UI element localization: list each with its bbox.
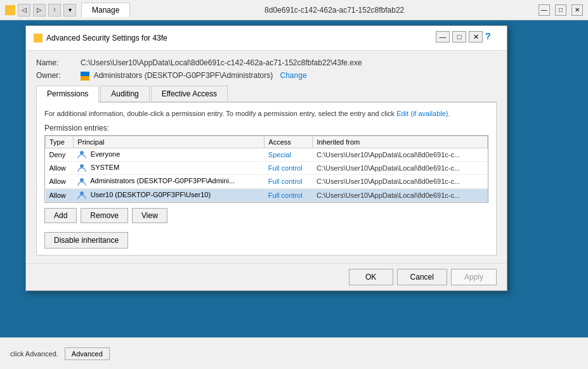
user-icon (77, 150, 86, 159)
col-inherited: Inherited from (313, 136, 488, 148)
cell-inherited: C:\Users\User10\AppData\Local\8d0e691c-c… (313, 162, 488, 175)
path-bar: 8d0e691c-c142-462a-ac71-152c8fbfab22 (130, 6, 539, 15)
col-access: Access (265, 136, 313, 148)
cell-inherited: C:\Users\User10\AppData\Local\8d0e691c-c… (313, 188, 488, 202)
dialog-close[interactable]: ✕ (469, 31, 483, 42)
cell-type: Allow (46, 175, 74, 188)
permissions-table-scroll[interactable]: Type Principal Access Inherited from Den… (44, 135, 488, 202)
dialog-minimize[interactable]: — (436, 31, 450, 42)
table-row[interactable]: Deny Everyone Special C:\Users\User10\Ap… (46, 148, 488, 162)
dialog-footer: OK Cancel Apply (26, 263, 507, 290)
bottom-text: click Advanced. (10, 350, 58, 358)
access-link[interactable]: Special (268, 151, 291, 159)
table-head: Type Principal Access Inherited from (46, 136, 488, 148)
cell-access: Full control (265, 175, 313, 188)
title-controls: — □ ✕ ? (436, 31, 499, 45)
tab-effective-access[interactable]: Effective Access (151, 86, 228, 101)
tabs-container: Permissions Auditing Effective Access (36, 86, 497, 103)
tab-permissions[interactable]: Permissions (36, 86, 99, 103)
cell-principal: Everyone (74, 148, 265, 162)
svg-point-1 (80, 164, 84, 168)
user-icon (77, 178, 86, 186)
disable-inheritance-button[interactable]: Disable inheritance (44, 232, 128, 249)
cell-type: Allow (46, 188, 74, 202)
cell-type: Allow (46, 162, 74, 175)
cell-principal: SYSTEM (74, 162, 265, 175)
name-value: C:\Users\User10\AppData\Local\8d0e691c-c… (81, 58, 362, 67)
table-header-row: Type Principal Access Inherited from (46, 136, 488, 148)
manage-tab[interactable]: Manage (81, 3, 130, 17)
toolbar-btn-up[interactable]: ↑ (48, 4, 61, 16)
cell-access: Full control (265, 162, 313, 175)
access-link[interactable]: Full control (268, 164, 303, 172)
toolbar-btn-forward[interactable]: ▷ (33, 4, 46, 16)
access-link[interactable]: Full control (268, 191, 303, 199)
remove-button[interactable]: Remove (81, 208, 128, 223)
cell-principal: User10 (DESKTOP-G0PF3PF\User10) (74, 188, 265, 202)
col-type: Type (46, 136, 74, 148)
add-button[interactable]: Add (44, 208, 77, 223)
cell-inherited: C:\Users\User10\AppData\Local\8d0e691c-c… (313, 148, 488, 162)
section-label: Permission entries: (44, 124, 488, 133)
folder-icon (5, 5, 15, 15)
owner-row: Owner: Administrators (DESKTOP-G0PF3PF\A… (36, 71, 497, 81)
owner-value: Administrators (DESKTOP-G0PF3PF\Administ… (81, 71, 307, 81)
title-left: Advanced Security Settings for 43fe (34, 34, 167, 42)
close-top[interactable]: ✕ (572, 4, 583, 16)
toolbar-btn-back[interactable]: ◁ (18, 4, 30, 16)
toolbar-btn-dropdown[interactable]: ▾ (63, 4, 76, 16)
view-button[interactable]: View (132, 208, 167, 223)
access-link[interactable]: Full control (268, 178, 303, 185)
tab-auditing[interactable]: Auditing (100, 86, 149, 101)
owner-label: Owner: (36, 71, 81, 80)
window-controls-top: — □ ✕ (539, 4, 583, 16)
table-body: Deny Everyone Special C:\Users\User10\Ap… (46, 148, 488, 202)
table-row[interactable]: Allow Administrators (DESKTOP-G0PF3PF\Ad… (46, 175, 488, 188)
action-buttons: Add Remove View (44, 208, 488, 223)
svg-point-0 (80, 151, 84, 155)
permissions-tab-content: For additional information, double-click… (36, 103, 497, 256)
cell-principal: Administrators (DESKTOP-G0PF3PF\Admini..… (74, 175, 265, 188)
taskbar-top: ◁ ▷ ↑ ▾ Manage 8d0e691c-c142-462a-ac71-1… (0, 0, 588, 20)
change-link[interactable]: Change (280, 71, 307, 80)
dialog-content: Name: C:\Users\User10\AppData\Local\8d0e… (26, 51, 507, 263)
advanced-security-dialog: Advanced Security Settings for 43fe — □ … (25, 25, 507, 291)
svg-point-3 (80, 191, 84, 195)
name-row: Name: C:\Users\User10\AppData\Local\8d0e… (36, 58, 497, 67)
dialog-help[interactable]: ? (485, 31, 499, 45)
cell-inherited: C:\Users\User10\AppData\Local\8d0e691c-c… (313, 175, 488, 188)
user-icon (77, 191, 86, 200)
dialog-title-text: Advanced Security Settings for 43fe (46, 34, 167, 42)
permissions-table: Type Principal Access Inherited from Den… (45, 136, 488, 202)
table-row[interactable]: Allow SYSTEM Full control C:\Users\User1… (46, 162, 488, 175)
cell-access: Special (265, 148, 313, 162)
advanced-button[interactable]: Advanced (65, 347, 110, 360)
cell-access: Full control (265, 188, 313, 202)
maximize-top[interactable]: □ (555, 4, 566, 16)
bottom-bar: click Advanced. Advanced (0, 337, 588, 369)
dialog-folder-icon (34, 34, 42, 42)
user-icon (77, 164, 86, 172)
cancel-button[interactable]: Cancel (397, 269, 447, 285)
minimize-top[interactable]: — (539, 4, 550, 16)
apply-button[interactable]: Apply (451, 269, 497, 285)
cell-type: Deny (46, 148, 74, 162)
dialog-titlebar: Advanced Security Settings for 43fe — □ … (26, 26, 507, 51)
col-principal: Principal (74, 136, 265, 148)
permissions-info-text: For additional information, double-click… (44, 109, 488, 119)
table-row[interactable]: Allow User10 (DESKTOP-G0PF3PF\User10) Fu… (46, 188, 488, 202)
toolbar-icons: ◁ ▷ ↑ ▾ (18, 4, 76, 16)
svg-point-2 (80, 178, 84, 182)
name-label: Name: (36, 58, 81, 67)
ok-button[interactable]: OK (349, 269, 393, 285)
edit-link[interactable]: Edit (if available). (396, 110, 450, 117)
shield-icon (81, 72, 89, 81)
dialog-maximize[interactable]: □ (452, 31, 466, 42)
